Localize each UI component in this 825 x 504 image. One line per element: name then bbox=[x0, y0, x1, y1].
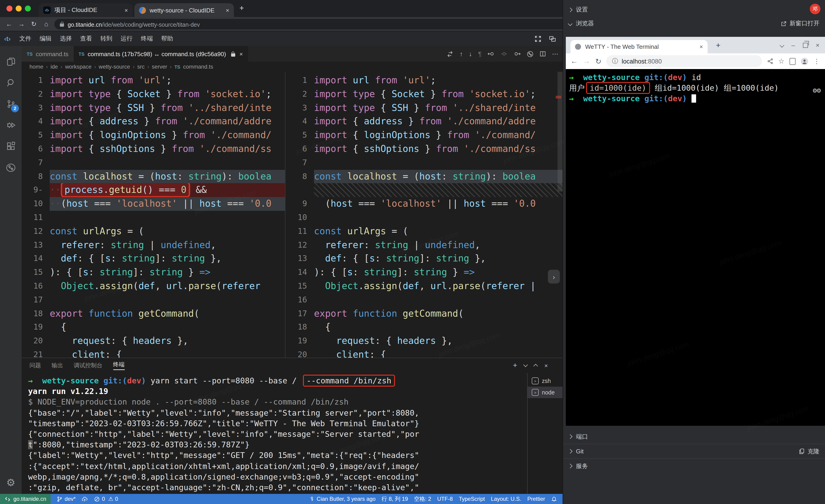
breadcrumb-item[interactable]: home bbox=[29, 64, 43, 70]
traffic-minimize-icon[interactable] bbox=[16, 6, 22, 11]
close-icon[interactable]: × bbox=[816, 41, 820, 49]
settings-section-header[interactable]: 设置 bbox=[563, 3, 825, 17]
close-icon[interactable]: × bbox=[125, 7, 128, 14]
menu-item[interactable]: 查看 bbox=[76, 35, 96, 42]
terminal-instance-zsh[interactable]: >zsh bbox=[528, 375, 562, 387]
breadcrumb-item[interactable]: workspace bbox=[65, 64, 92, 70]
terminal-dropdown-icon[interactable] bbox=[523, 362, 528, 367]
menu-item[interactable]: 编辑 bbox=[35, 35, 56, 42]
notifications-bell-icon[interactable] bbox=[551, 496, 557, 502]
diff-editor[interactable]: 1import url from 'url';2import type { So… bbox=[22, 72, 562, 358]
cursor-position[interactable]: 行 8, 列 19 bbox=[382, 495, 408, 503]
language-mode[interactable]: TypeScript bbox=[459, 496, 485, 502]
layout-icon[interactable] bbox=[549, 35, 556, 42]
remote-indicator[interactable]: go.titanide.cn bbox=[0, 494, 51, 504]
panel-tab[interactable]: 问题 bbox=[29, 361, 41, 369]
formatter[interactable]: Prettier bbox=[527, 496, 545, 502]
wetty-settings-gears-icon[interactable]: ⚙⚙ bbox=[812, 87, 820, 94]
problems-indicator[interactable]: 0 ⚠ 0 bbox=[94, 496, 118, 502]
wetty-terminal[interactable]: → wetty-source git:(dev) id用户id=1000(ide… bbox=[566, 69, 825, 426]
tab-icon[interactable] bbox=[790, 58, 796, 65]
reload-icon[interactable]: ↻ bbox=[595, 57, 601, 66]
search-icon[interactable] bbox=[0, 74, 22, 92]
keyboard-layout[interactable]: Layout: U.S. bbox=[491, 496, 521, 502]
browser-section-header[interactable]: 浏览器 新窗口打开 bbox=[563, 17, 825, 30]
terminal-instance-node[interactable]: >node bbox=[528, 387, 562, 398]
next-change-icon[interactable] bbox=[513, 51, 521, 57]
breadcrumb[interactable]: home›ide›workspace›wetty-source›src›serv… bbox=[22, 62, 562, 72]
remote-repo-icon[interactable] bbox=[0, 158, 22, 177]
up-icon[interactable]: ↑ bbox=[460, 50, 463, 58]
encoding[interactable]: UTF-8 bbox=[437, 496, 453, 502]
git-branch-indicator[interactable]: dev* bbox=[57, 496, 76, 502]
minimize-icon[interactable]: – bbox=[792, 41, 795, 49]
breadcrumb-file[interactable]: command.ts bbox=[183, 64, 213, 70]
services-section-header[interactable]: 服务 bbox=[563, 458, 825, 473]
run-debug-icon[interactable] bbox=[0, 116, 22, 135]
breadcrumb-item[interactable]: wetty-source bbox=[99, 64, 130, 70]
browser-tab-project[interactable]: ‹t› 项目 - CloudIDE × bbox=[39, 3, 133, 17]
git-blame[interactable]: Cian Butler, 3 years ago bbox=[309, 496, 376, 502]
diff-left-pane[interactable]: 1import url from 'url';2import type { So… bbox=[22, 72, 285, 358]
menu-item[interactable]: 选择 bbox=[56, 35, 76, 42]
close-icon[interactable]: × bbox=[699, 43, 703, 50]
close-icon[interactable]: × bbox=[226, 7, 229, 14]
ports-section-header[interactable]: 端口 bbox=[563, 429, 825, 444]
breadcrumb-item[interactable]: src bbox=[137, 64, 145, 70]
traffic-close-icon[interactable] bbox=[6, 6, 12, 11]
forward-icon[interactable]: → bbox=[583, 57, 590, 65]
profile-icon[interactable] bbox=[801, 57, 808, 65]
home-icon[interactable]: ⌂ bbox=[40, 20, 53, 28]
more-actions-icon[interactable]: ⋯ bbox=[552, 50, 559, 58]
change-icon[interactable] bbox=[501, 51, 507, 57]
extensions-icon[interactable] bbox=[0, 137, 22, 156]
fullscreen-icon[interactable] bbox=[534, 35, 541, 42]
menu-icon[interactable]: ⋮ bbox=[814, 58, 820, 65]
panel-tab[interactable]: 终端 bbox=[113, 361, 125, 370]
menu-item[interactable]: 文件 bbox=[15, 35, 35, 42]
breadcrumb-item[interactable]: server bbox=[152, 64, 167, 70]
chevron-down-icon[interactable] bbox=[780, 43, 784, 48]
sync-indicator[interactable] bbox=[82, 496, 88, 502]
panel-expand-chevron[interactable]: › bbox=[548, 270, 560, 283]
git-section-header[interactable]: Git 克隆 bbox=[563, 444, 825, 458]
menu-item[interactable]: 运行 bbox=[117, 35, 137, 42]
open-new-window-button[interactable]: 新窗口打开 bbox=[781, 19, 820, 28]
user-avatar[interactable]: 邓 bbox=[810, 4, 820, 14]
restore-icon[interactable] bbox=[803, 43, 808, 48]
diff-right-pane[interactable]: 1import url from 'url';2import type { So… bbox=[286, 72, 562, 358]
back-icon[interactable]: ← bbox=[3, 20, 15, 28]
embedded-address-bar[interactable]: ⓘ localhost:8080 bbox=[607, 55, 762, 67]
forward-icon[interactable]: → bbox=[15, 20, 27, 28]
bookmark-star-icon[interactable]: ☆ bbox=[778, 57, 784, 65]
pilcrow-icon[interactable]: ¶ bbox=[478, 50, 481, 58]
browser-tab-wetty[interactable]: wetty-source - CloudIDE × bbox=[135, 3, 234, 17]
maximize-panel-icon[interactable] bbox=[534, 364, 538, 368]
reload-icon[interactable]: ↻ bbox=[27, 20, 40, 28]
scrollbar[interactable] bbox=[557, 72, 562, 191]
explorer-icon[interactable] bbox=[0, 53, 22, 71]
editor-tab-command[interactable]: TS command.ts bbox=[22, 46, 73, 62]
terminal-output[interactable]: → wetty-source git:(dev) yarn start --po… bbox=[22, 373, 528, 494]
clone-button[interactable]: 克隆 bbox=[799, 447, 820, 455]
compare-changes-icon[interactable] bbox=[447, 51, 454, 57]
menu-item[interactable]: 转到 bbox=[96, 35, 117, 42]
settings-gear-icon[interactable]: ⚙ bbox=[0, 475, 22, 491]
panel-tab[interactable]: 输出 bbox=[52, 361, 63, 369]
panel-tab[interactable]: 调试控制台 bbox=[74, 361, 102, 369]
close-icon[interactable]: × bbox=[239, 51, 243, 57]
open-changes-icon[interactable] bbox=[527, 51, 534, 57]
indentation[interactable]: 空格: 2 bbox=[414, 495, 431, 503]
split-editor-icon[interactable] bbox=[540, 51, 546, 57]
new-terminal-icon[interactable]: + bbox=[513, 361, 517, 369]
share-nodes-icon[interactable] bbox=[767, 58, 773, 65]
menu-item[interactable]: 终端 bbox=[137, 35, 157, 42]
close-panel-icon[interactable]: × bbox=[544, 362, 548, 369]
editor-tab-diff[interactable]: TS command.ts (17b75c98) ↔ command.ts (d… bbox=[73, 46, 248, 62]
down-icon[interactable]: ↓ bbox=[469, 50, 472, 58]
menu-item[interactable]: 帮助 bbox=[157, 35, 177, 42]
back-icon[interactable]: ← bbox=[571, 57, 578, 65]
embedded-browser-tab[interactable]: WeTTY - The Web Terminal × bbox=[571, 40, 707, 54]
new-tab-button[interactable]: + bbox=[716, 41, 721, 50]
traffic-zoom-icon[interactable] bbox=[25, 6, 31, 11]
